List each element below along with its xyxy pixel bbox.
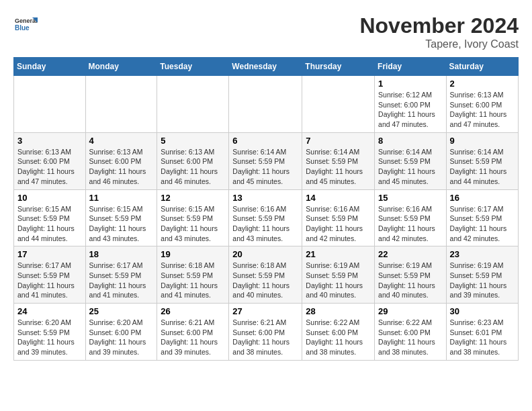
calendar-cell: 13Sunrise: 6:16 AMSunset: 5:59 PMDayligh… <box>229 189 302 246</box>
day-number: 15 <box>378 193 443 203</box>
day-number: 29 <box>378 306 443 316</box>
day-number: 21 <box>306 249 371 259</box>
calendar-cell: 3Sunrise: 6:13 AMSunset: 6:00 PMDaylight… <box>14 132 86 189</box>
calendar-cell: 12Sunrise: 6:15 AMSunset: 5:59 PMDayligh… <box>157 189 229 246</box>
calendar-cell <box>14 76 86 133</box>
calendar-cell <box>302 76 375 133</box>
day-info: Sunrise: 6:18 AMSunset: 5:59 PMDaylight:… <box>232 261 298 300</box>
day-number: 20 <box>232 249 298 259</box>
calendar-cell: 21Sunrise: 6:19 AMSunset: 5:59 PMDayligh… <box>302 246 375 304</box>
day-info: Sunrise: 6:14 AMSunset: 5:59 PMDaylight:… <box>450 147 515 187</box>
day-info: Sunrise: 6:14 AMSunset: 5:59 PMDaylight:… <box>306 147 371 187</box>
day-number: 25 <box>89 306 154 316</box>
calendar-cell: 11Sunrise: 6:15 AMSunset: 5:59 PMDayligh… <box>85 189 157 246</box>
day-number: 11 <box>89 193 154 203</box>
calendar-cell: 16Sunrise: 6:17 AMSunset: 5:59 PMDayligh… <box>446 189 518 246</box>
day-number: 1 <box>378 79 443 89</box>
day-info: Sunrise: 6:19 AMSunset: 5:59 PMDaylight:… <box>306 261 371 300</box>
calendar-cell: 25Sunrise: 6:20 AMSunset: 6:00 PMDayligh… <box>85 304 157 361</box>
calendar-cell <box>85 76 157 133</box>
calendar-cell: 26Sunrise: 6:21 AMSunset: 6:00 PMDayligh… <box>157 304 229 361</box>
calendar-cell: 2Sunrise: 6:13 AMSunset: 6:00 PMDaylight… <box>446 76 518 133</box>
calendar-cell: 29Sunrise: 6:22 AMSunset: 6:00 PMDayligh… <box>375 304 447 361</box>
weekday-header-row: SundayMondayTuesdayWednesdayThursdayFrid… <box>14 58 519 76</box>
calendar-week-3: 10Sunrise: 6:15 AMSunset: 5:59 PMDayligh… <box>14 189 519 246</box>
day-info: Sunrise: 6:22 AMSunset: 6:00 PMDaylight:… <box>378 318 443 357</box>
calendar-cell: 1Sunrise: 6:12 AMSunset: 6:00 PMDaylight… <box>375 76 447 133</box>
calendar-cell: 6Sunrise: 6:14 AMSunset: 5:59 PMDaylight… <box>229 132 302 189</box>
calendar-cell: 7Sunrise: 6:14 AMSunset: 5:59 PMDaylight… <box>302 132 375 189</box>
day-info: Sunrise: 6:20 AMSunset: 6:00 PMDaylight:… <box>89 318 154 357</box>
calendar-cell: 10Sunrise: 6:15 AMSunset: 5:59 PMDayligh… <box>14 189 86 246</box>
calendar-week-5: 24Sunrise: 6:20 AMSunset: 5:59 PMDayligh… <box>14 304 519 361</box>
page-header: General Blue November 2024 Tapere, Ivory… <box>13 13 519 50</box>
day-number: 10 <box>17 193 82 203</box>
day-info: Sunrise: 6:19 AMSunset: 5:59 PMDaylight:… <box>450 261 515 300</box>
calendar-cell: 8Sunrise: 6:14 AMSunset: 5:59 PMDaylight… <box>375 132 447 189</box>
day-info: Sunrise: 6:13 AMSunset: 6:00 PMDaylight:… <box>450 90 515 130</box>
day-number: 6 <box>232 136 298 146</box>
day-number: 24 <box>17 306 82 316</box>
calendar-cell: 20Sunrise: 6:18 AMSunset: 5:59 PMDayligh… <box>229 246 302 304</box>
day-info: Sunrise: 6:18 AMSunset: 5:59 PMDaylight:… <box>161 261 225 300</box>
day-info: Sunrise: 6:17 AMSunset: 5:59 PMDaylight:… <box>17 261 82 300</box>
day-info: Sunrise: 6:17 AMSunset: 5:59 PMDaylight:… <box>89 261 154 300</box>
calendar-cell: 17Sunrise: 6:17 AMSunset: 5:59 PMDayligh… <box>14 246 86 304</box>
calendar-cell: 14Sunrise: 6:16 AMSunset: 5:59 PMDayligh… <box>302 189 375 246</box>
title-area: November 2024 Tapere, Ivory Coast <box>359 13 519 50</box>
weekday-header-thursday: Thursday <box>302 58 375 76</box>
day-number: 28 <box>306 306 371 316</box>
weekday-header-wednesday: Wednesday <box>229 58 302 76</box>
month-title: November 2024 <box>359 13 519 38</box>
calendar-week-2: 3Sunrise: 6:13 AMSunset: 6:00 PMDaylight… <box>14 132 519 189</box>
day-number: 16 <box>450 193 515 203</box>
day-number: 19 <box>161 249 225 259</box>
day-number: 14 <box>306 193 371 203</box>
day-number: 8 <box>378 136 443 146</box>
day-number: 23 <box>450 249 515 259</box>
day-number: 9 <box>450 136 515 146</box>
calendar-cell <box>157 76 229 133</box>
weekday-header-saturday: Saturday <box>446 58 518 76</box>
logo: General Blue <box>13 13 38 38</box>
calendar-cell: 9Sunrise: 6:14 AMSunset: 5:59 PMDaylight… <box>446 132 518 189</box>
calendar-cell: 30Sunrise: 6:23 AMSunset: 6:01 PMDayligh… <box>446 304 518 361</box>
day-info: Sunrise: 6:15 AMSunset: 5:59 PMDaylight:… <box>89 204 154 244</box>
location-title: Tapere, Ivory Coast <box>359 38 519 50</box>
calendar-cell: 15Sunrise: 6:16 AMSunset: 5:59 PMDayligh… <box>375 189 447 246</box>
calendar-cell: 4Sunrise: 6:13 AMSunset: 6:00 PMDaylight… <box>85 132 157 189</box>
day-number: 12 <box>161 193 225 203</box>
calendar-table: SundayMondayTuesdayWednesdayThursdayFrid… <box>13 57 519 361</box>
day-info: Sunrise: 6:16 AMSunset: 5:59 PMDaylight:… <box>232 204 298 244</box>
day-number: 17 <box>17 249 82 259</box>
calendar-cell: 23Sunrise: 6:19 AMSunset: 5:59 PMDayligh… <box>446 246 518 304</box>
day-info: Sunrise: 6:20 AMSunset: 5:59 PMDaylight:… <box>17 318 82 357</box>
calendar-week-1: 1Sunrise: 6:12 AMSunset: 6:00 PMDaylight… <box>14 76 519 133</box>
weekday-header-friday: Friday <box>375 58 447 76</box>
day-number: 18 <box>89 249 154 259</box>
day-info: Sunrise: 6:13 AMSunset: 6:00 PMDaylight:… <box>17 147 82 187</box>
day-info: Sunrise: 6:21 AMSunset: 6:00 PMDaylight:… <box>232 318 298 357</box>
svg-text:Blue: Blue <box>15 24 30 32</box>
day-number: 7 <box>306 136 371 146</box>
logo-svg: General Blue <box>13 13 38 38</box>
weekday-header-sunday: Sunday <box>14 58 86 76</box>
day-info: Sunrise: 6:17 AMSunset: 5:59 PMDaylight:… <box>450 204 515 244</box>
day-info: Sunrise: 6:21 AMSunset: 6:00 PMDaylight:… <box>161 318 225 357</box>
day-number: 4 <box>89 136 154 146</box>
day-info: Sunrise: 6:13 AMSunset: 6:00 PMDaylight:… <box>89 147 154 187</box>
day-info: Sunrise: 6:16 AMSunset: 5:59 PMDaylight:… <box>306 204 371 244</box>
calendar-cell: 18Sunrise: 6:17 AMSunset: 5:59 PMDayligh… <box>85 246 157 304</box>
calendar-cell: 28Sunrise: 6:22 AMSunset: 6:00 PMDayligh… <box>302 304 375 361</box>
day-info: Sunrise: 6:15 AMSunset: 5:59 PMDaylight:… <box>17 204 82 244</box>
calendar-cell: 27Sunrise: 6:21 AMSunset: 6:00 PMDayligh… <box>229 304 302 361</box>
calendar-cell: 24Sunrise: 6:20 AMSunset: 5:59 PMDayligh… <box>14 304 86 361</box>
calendar-week-4: 17Sunrise: 6:17 AMSunset: 5:59 PMDayligh… <box>14 246 519 304</box>
day-number: 5 <box>161 136 225 146</box>
calendar-cell: 19Sunrise: 6:18 AMSunset: 5:59 PMDayligh… <box>157 246 229 304</box>
day-info: Sunrise: 6:14 AMSunset: 5:59 PMDaylight:… <box>378 147 443 187</box>
calendar-cell: 22Sunrise: 6:19 AMSunset: 5:59 PMDayligh… <box>375 246 447 304</box>
day-number: 2 <box>450 79 515 89</box>
day-info: Sunrise: 6:16 AMSunset: 5:59 PMDaylight:… <box>378 204 443 244</box>
calendar-body: 1Sunrise: 6:12 AMSunset: 6:00 PMDaylight… <box>14 76 519 361</box>
